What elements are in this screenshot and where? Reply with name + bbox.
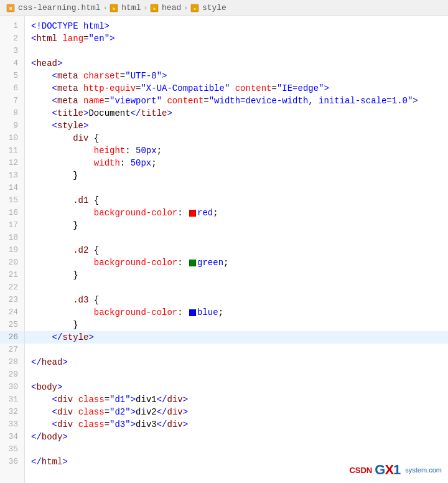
token-bracket: < [31,381,36,393]
blue-color-swatch [189,309,196,316]
token-bracket: > [167,107,172,120]
code-line: </head> [25,356,448,368]
token-tag: div [57,418,73,431]
token-plain [31,207,94,219]
token-plain [31,256,94,269]
token-bracket: </ [157,393,167,406]
token-tag: div [57,406,73,418]
token-attr-name: name [83,95,105,107]
code-line: <div class="d3">div3</div> [25,418,448,431]
code-line: } [25,219,448,232]
line-number: 5 [0,70,24,82]
watermark: CSDN GX1 system.com [349,462,442,478]
token-attr-name: content [235,82,272,95]
token-plain: = [203,95,208,107]
code-line [25,232,448,244]
token-string: "d1" [110,393,131,406]
token-tag: style [57,120,83,132]
line-number: 30 [0,381,24,393]
green-color-swatch [189,260,196,266]
code-line: </body> [25,431,448,443]
line-number: 3 [0,45,24,57]
red-color-swatch [189,210,196,217]
token-plain: = [83,32,88,45]
token-attr-name: http-equiv [83,82,136,95]
token-bracket: > [110,32,114,45]
token-attr-name: class [78,406,105,418]
token-plain: ; [218,306,223,319]
token-string: "X-UA-Compatible" [141,82,230,95]
token-bracket: < [52,95,57,107]
token-css-value: red [197,207,213,219]
token-bracket: > [324,82,329,95]
token-bracket: </ [52,331,63,344]
token-bracket: > [57,381,62,393]
code-line: </style> [25,331,448,344]
token-bracket: > [183,406,188,418]
token-bracket: > [83,107,88,120]
token-tag: meta [57,95,78,107]
line-number: 34 [0,431,24,443]
token-tag: body [42,431,63,443]
token-bracket: > [162,70,167,82]
token-plain [73,418,78,431]
token-plain: } [31,319,78,331]
token-bracket: </ [157,418,167,431]
line-number: 28 [0,356,24,368]
token-attr-name: lang [62,32,83,45]
code-content: <!DOCTYPE html><html lang="en"> <head> <… [25,16,448,483]
code-line: div { [25,132,448,144]
token-css-property: height [94,144,125,157]
code-line [25,443,448,456]
code-line: background-color: green; [25,256,448,269]
token-css-property: background-color [94,207,177,219]
token-plain: } [31,219,78,232]
line-number: 21 [0,269,24,281]
line-number: 1 [0,20,24,32]
line-number: 32 [0,406,24,418]
token-plain [57,32,62,45]
breadcrumb-sep-1: › [103,4,108,12]
token-plain [31,144,94,157]
html-icon: h [110,4,118,12]
token-bracket: > [131,406,136,418]
token-plain: div1 [136,393,157,406]
code-line: width: 50px; [25,157,448,169]
token-plain [230,82,235,95]
token-bracket: </ [31,456,42,468]
code-line: <html lang="en"> [25,32,448,45]
token-bracket: < [31,57,36,70]
token-css-value: green [197,256,223,269]
token-plain: div3 [136,418,157,431]
token-string: "d2" [110,406,131,418]
token-bracket: </ [31,431,42,443]
line-number: 24 [0,306,24,319]
token-bracket: < [52,70,57,82]
token-bracket: > [88,331,93,344]
token-bracket: > [62,431,67,443]
style-icon: s [190,4,199,12]
token-string: "IE=edge" [277,82,324,95]
line-number: 6 [0,82,24,95]
line-number: 9 [0,120,24,132]
token-plain: : [177,306,188,319]
token-plain: { [88,132,99,144]
code-line: } [25,269,448,281]
token-plain [31,244,73,256]
token-tag: head [42,356,63,368]
breadcrumb: H css-learning.html › h html › h head › … [0,0,448,16]
token-plain [31,95,52,107]
token-plain: = [105,95,110,107]
token-tag: html [42,456,63,468]
token-tag: body [36,381,57,393]
line-number: 18 [0,232,24,244]
token-css-selector: .d1 [73,194,88,207]
token-attr-name: class [78,418,105,431]
token-plain: = [272,82,277,95]
token-plain [31,82,52,95]
token-plain [78,82,83,95]
code-line: .d1 { [25,194,448,207]
token-plain [162,95,167,107]
line-number: 4 [0,57,24,70]
token-bracket: < [52,107,57,120]
